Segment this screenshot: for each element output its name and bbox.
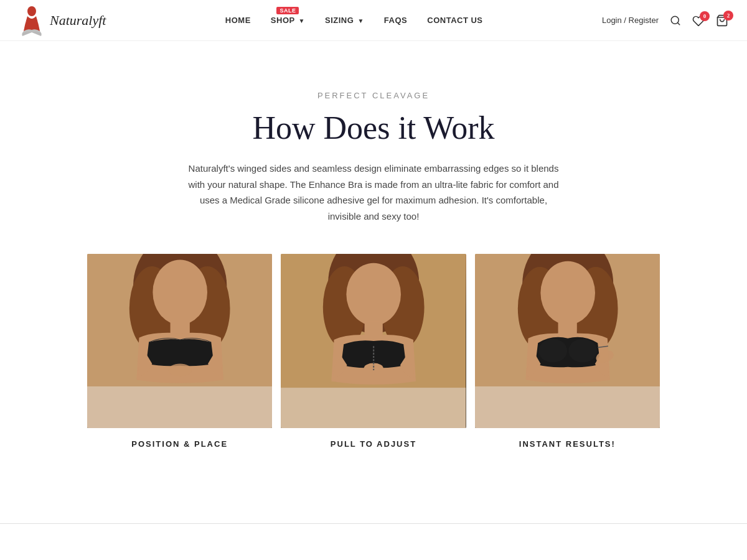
wishlist-button[interactable]: 0	[692, 15, 705, 26]
svg-point-10	[168, 364, 192, 377]
card-pull: PULL TO ADJUST	[281, 254, 466, 449]
site-header: Naturalyft HOME SALE SHOP ▼ SIZING ▼ FAQ…	[0, 0, 747, 41]
footer-space	[0, 524, 747, 560]
svg-point-16	[347, 263, 402, 325]
shop-arrow: ▼	[299, 17, 305, 24]
svg-rect-20	[281, 388, 466, 428]
person-illustration-3	[475, 254, 660, 428]
card-label-results: INSTANT RESULTS!	[519, 439, 616, 449]
card-results: INSTANT RESULTS!	[475, 254, 660, 449]
header-actions: Login / Register 0 2	[602, 14, 728, 27]
person-illustration-1	[87, 254, 272, 428]
wishlist-badge: 0	[700, 11, 710, 21]
section-label: PERFECT CLEAVAGE	[0, 91, 747, 100]
image-results	[475, 254, 660, 428]
logo[interactable]: Naturalyft	[19, 5, 106, 36]
image-pull	[281, 254, 466, 428]
svg-point-18	[364, 363, 383, 374]
svg-point-27	[538, 339, 567, 363]
svg-point-0	[27, 6, 36, 16]
nav-contact[interactable]: CONTACT US	[427, 16, 482, 25]
login-register-link[interactable]: Login / Register	[602, 16, 659, 25]
nav-home[interactable]: HOME	[225, 16, 251, 25]
cart-badge: 2	[723, 11, 733, 21]
image-position	[87, 254, 272, 428]
logo-icon	[19, 5, 45, 36]
svg-line-2	[677, 22, 679, 24]
search-button[interactable]	[670, 15, 681, 26]
nav-sizing[interactable]: SIZING ▼	[325, 16, 364, 25]
search-icon	[670, 15, 681, 26]
svg-point-8	[153, 260, 207, 325]
svg-rect-11	[87, 386, 272, 428]
main-nav: HOME SALE SHOP ▼ SIZING ▼ FAQS CONTACT U…	[225, 16, 483, 25]
svg-rect-31	[475, 386, 660, 428]
nav-faqs[interactable]: FAQS	[384, 16, 407, 25]
card-position: POSITION & PLACE	[87, 254, 272, 449]
main-content: PERFECT CLEAVAGE How Does it Work Natura…	[0, 41, 747, 486]
section-title: How Does it Work	[0, 110, 747, 146]
sale-badge: SALE	[276, 7, 299, 14]
card-label-pull: PULL TO ADJUST	[331, 439, 416, 449]
logo-text: Naturalyft	[50, 12, 106, 29]
nav-shop[interactable]: SALE SHOP ▼	[271, 16, 305, 25]
sizing-arrow: ▼	[357, 17, 364, 24]
card-label-position: POSITION & PLACE	[131, 439, 228, 449]
svg-point-28	[568, 339, 597, 363]
svg-point-25	[540, 261, 595, 325]
person-illustration-2	[281, 254, 466, 428]
how-it-works-grid: POSITION & PLACE	[0, 254, 747, 449]
section-description: Naturalyft's winged sides and seamless d…	[187, 161, 560, 224]
cart-button[interactable]: 2	[716, 14, 728, 27]
